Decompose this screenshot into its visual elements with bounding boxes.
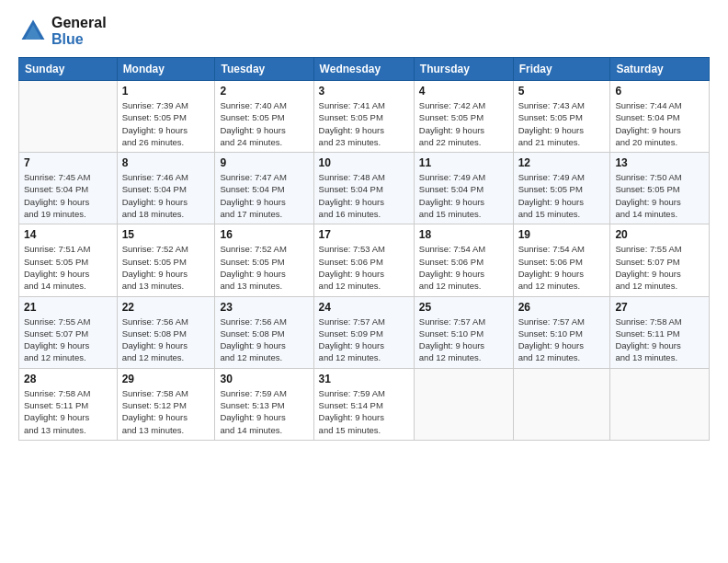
page: General Blue SundayMondayTuesdayWednesda…: [0, 0, 728, 563]
day-number: 5: [518, 85, 606, 98]
calendar-week-1: 1Sunrise: 7:39 AM Sunset: 5:05 PM Daylig…: [19, 81, 710, 153]
day-info: Sunrise: 7:39 AM Sunset: 5:05 PM Dayligh…: [122, 99, 210, 148]
day-info: Sunrise: 7:54 AM Sunset: 5:06 PM Dayligh…: [419, 243, 508, 292]
calendar-cell: 28Sunrise: 7:58 AM Sunset: 5:11 PM Dayli…: [19, 368, 118, 440]
calendar-cell: 15Sunrise: 7:52 AM Sunset: 5:05 PM Dayli…: [117, 224, 215, 296]
column-header-sunday: Sunday: [19, 58, 118, 81]
day-info: Sunrise: 7:49 AM Sunset: 5:05 PM Dayligh…: [518, 171, 606, 220]
calendar-cell: 25Sunrise: 7:57 AM Sunset: 5:10 PM Dayli…: [414, 296, 513, 368]
day-info: Sunrise: 7:55 AM Sunset: 5:07 PM Dayligh…: [24, 316, 112, 364]
calendar-cell: 4Sunrise: 7:42 AM Sunset: 5:05 PM Daylig…: [414, 81, 513, 153]
day-number: 8: [122, 156, 210, 169]
day-number: 7: [24, 156, 112, 169]
day-info: Sunrise: 7:44 AM Sunset: 5:04 PM Dayligh…: [615, 99, 704, 148]
calendar-cell: 10Sunrise: 7:48 AM Sunset: 5:04 PM Dayli…: [313, 153, 414, 224]
day-number: 24: [319, 301, 409, 314]
day-info: Sunrise: 7:41 AM Sunset: 5:05 PM Dayligh…: [319, 99, 409, 148]
calendar-cell: 8Sunrise: 7:46 AM Sunset: 5:04 PM Daylig…: [117, 153, 215, 224]
calendar-cell: 29Sunrise: 7:58 AM Sunset: 5:12 PM Dayli…: [117, 368, 215, 440]
day-number: 27: [615, 301, 704, 314]
calendar-table: SundayMondayTuesdayWednesdayThursdayFrid…: [18, 57, 710, 441]
calendar-cell: 13Sunrise: 7:50 AM Sunset: 5:05 PM Dayli…: [610, 153, 710, 224]
day-number: 11: [419, 156, 508, 169]
day-number: 23: [220, 301, 308, 314]
calendar-cell: [513, 368, 610, 440]
day-info: Sunrise: 7:55 AM Sunset: 5:07 PM Dayligh…: [615, 243, 704, 292]
calendar-cell: 24Sunrise: 7:57 AM Sunset: 5:09 PM Dayli…: [313, 296, 414, 368]
column-header-tuesday: Tuesday: [215, 58, 313, 81]
calendar-cell: 7Sunrise: 7:45 AM Sunset: 5:04 PM Daylig…: [19, 153, 118, 224]
day-info: Sunrise: 7:57 AM Sunset: 5:10 PM Dayligh…: [419, 316, 508, 364]
calendar-cell: 19Sunrise: 7:54 AM Sunset: 5:06 PM Dayli…: [513, 224, 610, 296]
column-header-saturday: Saturday: [610, 58, 710, 81]
calendar-cell: 6Sunrise: 7:44 AM Sunset: 5:04 PM Daylig…: [610, 81, 710, 153]
day-info: Sunrise: 7:56 AM Sunset: 5:08 PM Dayligh…: [122, 316, 210, 364]
day-info: Sunrise: 7:47 AM Sunset: 5:04 PM Dayligh…: [220, 171, 308, 220]
day-number: 28: [24, 373, 112, 385]
day-number: 20: [615, 228, 704, 241]
day-number: 21: [24, 301, 112, 314]
calendar-cell: 11Sunrise: 7:49 AM Sunset: 5:04 PM Dayli…: [414, 153, 513, 224]
calendar-cell: 22Sunrise: 7:56 AM Sunset: 5:08 PM Dayli…: [117, 296, 215, 368]
day-number: 3: [319, 85, 409, 98]
calendar-cell: 14Sunrise: 7:51 AM Sunset: 5:05 PM Dayli…: [19, 224, 118, 296]
day-info: Sunrise: 7:57 AM Sunset: 5:10 PM Dayligh…: [518, 316, 606, 364]
day-number: 12: [518, 156, 606, 169]
day-info: Sunrise: 7:50 AM Sunset: 5:05 PM Dayligh…: [615, 171, 704, 220]
day-info: Sunrise: 7:52 AM Sunset: 5:05 PM Dayligh…: [122, 243, 210, 292]
day-number: 10: [319, 156, 409, 169]
day-info: Sunrise: 7:48 AM Sunset: 5:04 PM Dayligh…: [319, 171, 409, 220]
day-number: 15: [122, 228, 210, 241]
calendar-cell: 5Sunrise: 7:43 AM Sunset: 5:05 PM Daylig…: [513, 81, 610, 153]
calendar-week-3: 14Sunrise: 7:51 AM Sunset: 5:05 PM Dayli…: [19, 224, 710, 296]
day-number: 26: [518, 301, 606, 314]
calendar-week-2: 7Sunrise: 7:45 AM Sunset: 5:04 PM Daylig…: [19, 153, 710, 224]
day-info: Sunrise: 7:58 AM Sunset: 5:11 PM Dayligh…: [24, 387, 112, 436]
day-info: Sunrise: 7:56 AM Sunset: 5:08 PM Dayligh…: [220, 316, 308, 364]
calendar-cell: 12Sunrise: 7:49 AM Sunset: 5:05 PM Dayli…: [513, 153, 610, 224]
day-number: 25: [419, 301, 508, 314]
day-info: Sunrise: 7:57 AM Sunset: 5:09 PM Dayligh…: [319, 316, 409, 364]
day-number: 31: [319, 373, 409, 385]
calendar-cell: 26Sunrise: 7:57 AM Sunset: 5:10 PM Dayli…: [513, 296, 610, 368]
header: General Blue: [18, 15, 710, 48]
logo-icon: [18, 17, 48, 46]
day-info: Sunrise: 7:43 AM Sunset: 5:05 PM Dayligh…: [518, 99, 606, 148]
calendar-cell: 2Sunrise: 7:40 AM Sunset: 5:05 PM Daylig…: [215, 81, 313, 153]
calendar-cell: 31Sunrise: 7:59 AM Sunset: 5:14 PM Dayli…: [313, 368, 414, 440]
day-info: Sunrise: 7:52 AM Sunset: 5:05 PM Dayligh…: [220, 243, 308, 292]
calendar-cell: 3Sunrise: 7:41 AM Sunset: 5:05 PM Daylig…: [313, 81, 414, 153]
calendar-cell: 18Sunrise: 7:54 AM Sunset: 5:06 PM Dayli…: [414, 224, 513, 296]
day-number: 9: [220, 156, 308, 169]
calendar-cell: 17Sunrise: 7:53 AM Sunset: 5:06 PM Dayli…: [313, 224, 414, 296]
day-info: Sunrise: 7:46 AM Sunset: 5:04 PM Dayligh…: [122, 171, 210, 220]
day-info: Sunrise: 7:51 AM Sunset: 5:05 PM Dayligh…: [24, 243, 112, 292]
day-number: 17: [319, 228, 409, 241]
calendar-cell: [610, 368, 710, 440]
day-number: 4: [419, 85, 508, 98]
column-header-monday: Monday: [117, 58, 215, 81]
calendar-cell: 1Sunrise: 7:39 AM Sunset: 5:05 PM Daylig…: [117, 81, 215, 153]
calendar-cell: 20Sunrise: 7:55 AM Sunset: 5:07 PM Dayli…: [610, 224, 710, 296]
day-info: Sunrise: 7:53 AM Sunset: 5:06 PM Dayligh…: [319, 243, 409, 292]
calendar-cell: 27Sunrise: 7:58 AM Sunset: 5:11 PM Dayli…: [610, 296, 710, 368]
calendar-cell: 9Sunrise: 7:47 AM Sunset: 5:04 PM Daylig…: [215, 153, 313, 224]
day-info: Sunrise: 7:59 AM Sunset: 5:13 PM Dayligh…: [220, 387, 308, 436]
column-header-thursday: Thursday: [414, 58, 513, 81]
day-number: 30: [220, 373, 308, 385]
calendar-cell: 21Sunrise: 7:55 AM Sunset: 5:07 PM Dayli…: [19, 296, 118, 368]
day-info: Sunrise: 7:58 AM Sunset: 5:11 PM Dayligh…: [615, 316, 704, 364]
calendar-week-4: 21Sunrise: 7:55 AM Sunset: 5:07 PM Dayli…: [19, 296, 710, 368]
day-number: 6: [615, 85, 704, 98]
day-number: 19: [518, 228, 606, 241]
column-header-wednesday: Wednesday: [313, 58, 414, 81]
day-info: Sunrise: 7:59 AM Sunset: 5:14 PM Dayligh…: [319, 387, 409, 436]
calendar-cell: [414, 368, 513, 440]
day-info: Sunrise: 7:54 AM Sunset: 5:06 PM Dayligh…: [518, 243, 606, 292]
day-number: 13: [615, 156, 704, 169]
day-number: 14: [24, 228, 112, 241]
day-number: 18: [419, 228, 508, 241]
calendar-cell: 16Sunrise: 7:52 AM Sunset: 5:05 PM Dayli…: [215, 224, 313, 296]
calendar-header-row: SundayMondayTuesdayWednesdayThursdayFrid…: [19, 58, 710, 81]
day-number: 1: [122, 85, 210, 98]
